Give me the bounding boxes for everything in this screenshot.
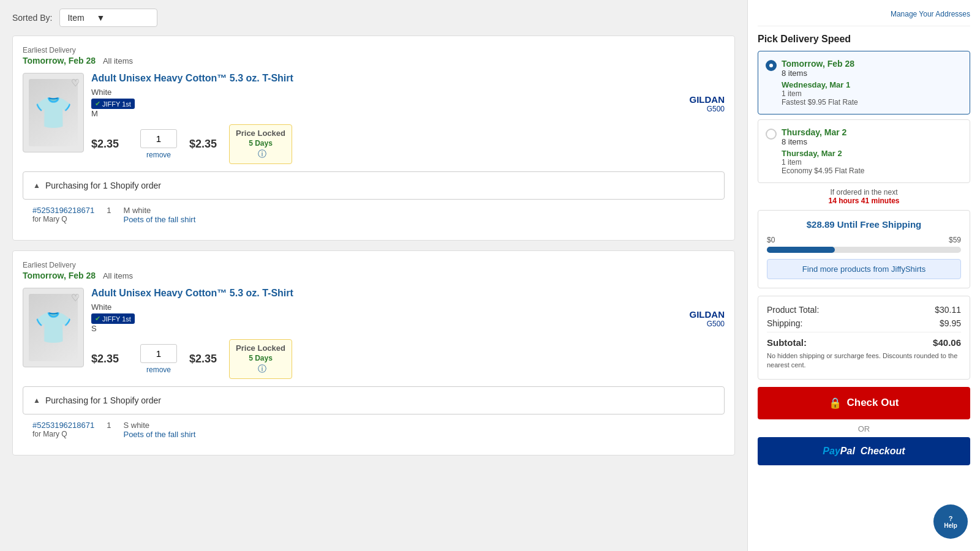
delivery-main-date-2: Thursday, Mar 2: [782, 127, 962, 137]
delivery-option-content-1: Tomorrow, Feb 28 8 items Wednesday, Mar …: [782, 59, 962, 107]
help-button[interactable]: ? Help: [933, 504, 968, 539]
progress-labels: $0 $59: [767, 236, 961, 244]
paypal-text: PayPal Checkout: [823, 446, 905, 457]
remove-link-1[interactable]: remove: [146, 151, 171, 159]
all-items-label-2: All items: [103, 271, 133, 280]
order-number-col-1: #5253196218671 for Mary Q: [32, 206, 94, 223]
manage-addresses-link[interactable]: Manage Your Addresses: [891, 10, 970, 18]
jiffy-badge-1: ✔ JIFFY 1st: [91, 99, 135, 109]
product-size-2: S: [91, 324, 135, 333]
checkout-button[interactable]: 🔒 Check Out: [758, 387, 970, 419]
product-details-2: Adult Unisex Heavy Cotton™ 5.3 oz. T-Shi…: [91, 288, 725, 379]
price-locked-days-2: 5 Days: [249, 354, 273, 362]
product-details-1: Adult Unisex Heavy Cotton™ 5.3 oz. T-Shi…: [91, 73, 725, 164]
brand-row-2: White ✔ JIFFY 1st S GILDAN G500: [91, 302, 725, 334]
delivery-option-1[interactable]: Tomorrow, Feb 28 8 items Wednesday, Mar …: [758, 51, 970, 114]
qty-remove-1: 1 remove: [140, 129, 177, 159]
shirt-name-link-2[interactable]: Poets of the fall shirt: [123, 430, 195, 439]
remove-link-2[interactable]: remove: [146, 365, 171, 374]
chevron-icon-2: ▲: [33, 396, 40, 405]
total-price-1: $2.35: [189, 138, 217, 151]
wishlist-icon-1[interactable]: ♡: [71, 77, 80, 89]
shipping-label: Shipping:: [767, 318, 802, 328]
quantity-input-1[interactable]: 1: [140, 129, 177, 148]
shopify-bar-label-2: Purchasing for 1 Shopify order: [45, 395, 161, 405]
price-row-1: $2.35 1 remove $2.35 Price Locked 5 Days…: [91, 124, 725, 164]
radio-inner-1: [769, 64, 773, 67]
delivery-option-content-2: Thursday, Mar 2 8 items Thursday, Mar 2 …: [782, 127, 962, 175]
total-price-2: $2.35: [189, 353, 217, 365]
delivery-date-2: Tomorrow, Feb 28: [23, 271, 96, 280]
brand-row-1: White ✔ JIFFY 1st M GILDAN G500: [91, 88, 725, 119]
subtotal-label: Subtotal:: [767, 337, 807, 348]
shopify-bar-1[interactable]: ▲ Purchasing for 1 Shopify order: [23, 171, 725, 200]
shirt-name-link-1[interactable]: Poets of the fall shirt: [123, 215, 195, 224]
order-for-1: for Mary Q: [32, 215, 94, 223]
order-number-col-2: #5253196218671 for Mary Q: [32, 421, 94, 438]
order-link-2[interactable]: #5253196218671: [32, 421, 94, 430]
price-locked-days-1: 5 Days: [249, 139, 273, 148]
radio-btn-2[interactable]: [766, 129, 777, 140]
delivery-sub-date-1: Wednesday, Mar 1: [782, 80, 962, 89]
wishlist-icon-2[interactable]: ♡: [71, 292, 80, 304]
shipping-row: Shipping: $9.95: [767, 318, 961, 328]
left-meta-1: White ✔ JIFFY 1st M: [91, 88, 135, 119]
delivery-speed-section: Pick Delivery Speed Tomorrow, Feb 28 8 i…: [758, 34, 970, 205]
right-sidebar: Manage Your Addresses Pick Delivery Spee…: [747, 0, 980, 551]
countdown-section: If ordered in the next 14 hours 41 minut…: [758, 188, 970, 205]
delivery-date-1: Tomorrow, Feb 28: [23, 56, 96, 66]
sort-select[interactable]: Item ▼: [59, 9, 157, 27]
progress-min: $0: [767, 236, 775, 244]
order-detail-row-2: #5253196218671 for Mary Q 1 S white Poet…: [23, 414, 725, 445]
jiffy-label-1: JIFFY 1st: [102, 100, 131, 108]
delivery-speed-title: Pick Delivery Speed: [758, 34, 970, 45]
chevron-icon-1: ▲: [33, 181, 40, 190]
order-link-1[interactable]: #5253196218671: [32, 206, 94, 215]
free-shipping-title: $28.89 Until Free Shipping: [767, 219, 961, 230]
radio-btn-1[interactable]: [766, 60, 777, 71]
order-info-col-2: S white Poets of the fall shirt: [123, 421, 195, 439]
unit-price-2: $2.35: [91, 353, 128, 365]
product-total-row: Product Total: $30.11: [767, 305, 961, 315]
product-title-1[interactable]: Adult Unisex Heavy Cotton™ 5.3 oz. T-Shi…: [91, 73, 725, 84]
product-title-2[interactable]: Adult Unisex Heavy Cotton™ 5.3 oz. T-Shi…: [91, 288, 725, 299]
paypal-button[interactable]: PayPal Checkout: [758, 437, 970, 465]
shipping-value: $9.95: [940, 318, 961, 328]
delivery-option-2[interactable]: Thursday, Mar 2 8 items Thursday, Mar 2 …: [758, 119, 970, 183]
qty-remove-2: 1 remove: [140, 344, 177, 374]
info-icon-2[interactable]: ⓘ: [258, 364, 266, 375]
order-size-color-2: S white: [123, 421, 195, 430]
delivery-header-1: Earliest Delivery Tomorrow, Feb 28 All i…: [23, 46, 725, 66]
subtotal-value: $40.06: [933, 337, 961, 348]
product-color-2: White: [91, 302, 135, 312]
all-items-label-1: All items: [103, 56, 133, 66]
subtotal-row: Subtotal: $40.06: [767, 332, 961, 348]
item-card-2: Earliest Delivery Tomorrow, Feb 28 All i…: [12, 250, 735, 455]
lock-icon: 🔒: [829, 397, 842, 410]
product-total-value: $30.11: [935, 305, 961, 315]
or-divider: OR: [758, 424, 970, 433]
delivery-sub-items-2: 1 item: [782, 158, 962, 167]
brand-name-1: GILDAN: [690, 94, 725, 105]
price-row-2: $2.35 1 remove $2.35 Price Locked 5 Days…: [91, 339, 725, 379]
sort-label: Sorted By:: [12, 13, 52, 23]
free-shipping-section: $28.89 Until Free Shipping $0 $59 Find m…: [758, 210, 970, 288]
product-image-1: ♡ 👕: [23, 73, 84, 152]
info-icon-1[interactable]: ⓘ: [258, 149, 266, 160]
order-size-color-1: M white: [123, 206, 195, 215]
checkout-label: Check Out: [846, 397, 899, 409]
progress-bar-bg: [767, 247, 961, 253]
shopify-bar-label-1: Purchasing for 1 Shopify order: [45, 181, 161, 190]
jiffy-badge-2: ✔ JIFFY 1st: [91, 313, 135, 324]
find-more-button[interactable]: Find more products from JiffyShirts: [767, 259, 961, 279]
sort-chevron-icon: ▼: [97, 13, 105, 23]
quantity-input-2[interactable]: 1: [140, 344, 177, 363]
tshirt-figure-2: 👕: [34, 310, 72, 345]
unit-price-1: $2.35: [91, 138, 128, 151]
delivery-items-count-2: 8 items: [782, 137, 962, 146]
shopify-bar-2[interactable]: ▲ Purchasing for 1 Shopify order: [23, 386, 725, 414]
brand-name-2: GILDAN: [690, 309, 725, 320]
jiffy-label-2: JIFFY 1st: [102, 315, 131, 323]
countdown-text: If ordered in the next: [830, 188, 897, 197]
check-icon-2: ✔: [95, 315, 100, 323]
